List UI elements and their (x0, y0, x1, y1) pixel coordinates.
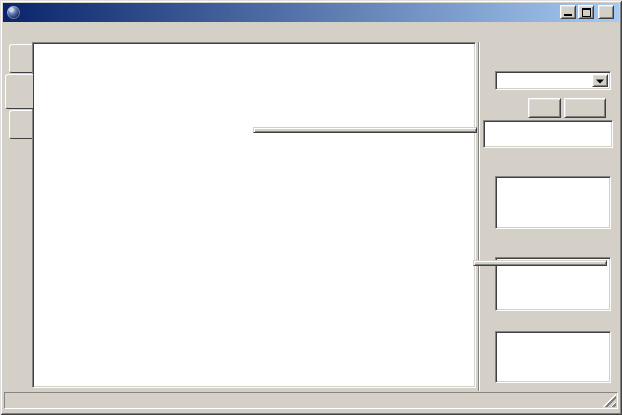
resize-grip-icon[interactable] (601, 392, 616, 407)
menu-bar (3, 22, 619, 41)
comment-same-line-field[interactable] (495, 331, 611, 383)
minimize-button[interactable] (560, 5, 576, 19)
move-up-button[interactable] (528, 98, 561, 118)
chevron-down-icon (596, 79, 604, 83)
node-type-select[interactable] (495, 71, 611, 90)
tab-list[interactable] (9, 110, 32, 139)
tab-text[interactable] (9, 44, 32, 73)
app-logo-icon (7, 6, 20, 19)
maximize-button[interactable] (578, 5, 594, 19)
close-button[interactable] (598, 5, 614, 19)
title-bar[interactable] (3, 3, 619, 22)
inspector-panel (478, 42, 619, 391)
tree-panel[interactable] (32, 42, 476, 388)
name-field[interactable] (483, 120, 613, 148)
dropdown-button[interactable] (592, 74, 608, 87)
context-menu (253, 127, 477, 133)
move-down-button[interactable] (564, 98, 606, 118)
tab-tree[interactable] (5, 74, 33, 109)
value-field[interactable] (495, 176, 611, 229)
app-window: { "window": { "title": "[Example4.json] … (0, 0, 622, 415)
array-generator-submenu (473, 260, 607, 266)
minimize-icon (564, 14, 572, 16)
status-bar (4, 392, 618, 409)
maximize-icon (582, 8, 591, 17)
